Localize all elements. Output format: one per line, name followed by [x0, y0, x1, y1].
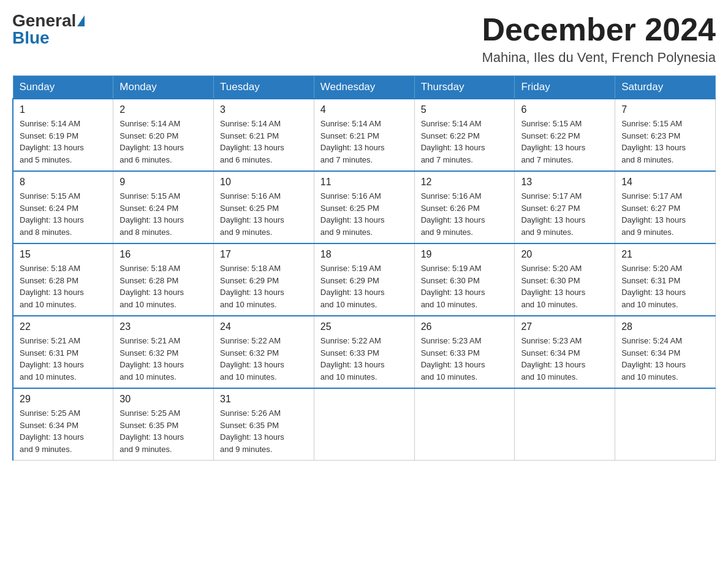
day-cell-29: 29Sunrise: 5:25 AMSunset: 6:34 PMDayligh… [13, 388, 113, 461]
day-info: Sunrise: 5:20 AMSunset: 6:31 PMDaylight:… [621, 262, 709, 310]
page-header: General Blue December 2024 Mahina, Iles … [12, 12, 716, 66]
empty-cell [515, 388, 615, 461]
day-info: Sunrise: 5:21 AMSunset: 6:31 PMDaylight:… [20, 335, 107, 383]
day-info: Sunrise: 5:17 AMSunset: 6:27 PMDaylight:… [621, 190, 709, 238]
day-info: Sunrise: 5:15 AMSunset: 6:22 PMDaylight:… [521, 118, 609, 166]
day-number: 27 [521, 321, 609, 332]
day-info: Sunrise: 5:18 AMSunset: 6:28 PMDaylight:… [119, 262, 207, 310]
day-cell-26: 26Sunrise: 5:23 AMSunset: 6:33 PMDayligh… [414, 316, 515, 388]
location-title: Mahina, Iles du Vent, French Polynesia [482, 50, 716, 66]
weekday-header-wednesday: Wednesday [314, 76, 414, 99]
day-number: 3 [220, 104, 308, 115]
day-info: Sunrise: 5:14 AMSunset: 6:19 PMDaylight:… [20, 118, 107, 166]
day-number: 21 [621, 249, 709, 260]
day-cell-10: 10Sunrise: 5:16 AMSunset: 6:25 PMDayligh… [214, 171, 314, 243]
day-number: 24 [220, 321, 308, 332]
day-number: 25 [320, 321, 408, 332]
day-info: Sunrise: 5:15 AMSunset: 6:23 PMDaylight:… [621, 118, 709, 166]
weekday-header-friday: Friday [515, 76, 615, 99]
day-info: Sunrise: 5:14 AMSunset: 6:22 PMDaylight:… [421, 118, 509, 166]
day-info: Sunrise: 5:25 AMSunset: 6:35 PMDaylight:… [119, 407, 207, 455]
day-info: Sunrise: 5:16 AMSunset: 6:26 PMDaylight:… [421, 190, 509, 238]
day-number: 18 [320, 249, 408, 260]
day-cell-20: 20Sunrise: 5:20 AMSunset: 6:30 PMDayligh… [515, 243, 615, 316]
day-number: 4 [320, 104, 408, 115]
day-cell-25: 25Sunrise: 5:22 AMSunset: 6:33 PMDayligh… [314, 316, 414, 388]
day-cell-30: 30Sunrise: 5:25 AMSunset: 6:35 PMDayligh… [113, 388, 214, 461]
empty-cell [615, 388, 716, 461]
logo: General Blue [12, 12, 85, 47]
calendar-table: SundayMondayTuesdayWednesdayThursdayFrid… [12, 75, 716, 461]
day-number: 12 [421, 177, 509, 188]
day-info: Sunrise: 5:14 AMSunset: 6:20 PMDaylight:… [119, 118, 207, 166]
day-number: 9 [119, 177, 207, 188]
day-cell-12: 12Sunrise: 5:16 AMSunset: 6:26 PMDayligh… [414, 171, 515, 243]
day-number: 6 [521, 104, 609, 115]
day-cell-2: 2Sunrise: 5:14 AMSunset: 6:20 PMDaylight… [113, 99, 214, 171]
day-info: Sunrise: 5:18 AMSunset: 6:28 PMDaylight:… [20, 262, 107, 310]
day-info: Sunrise: 5:25 AMSunset: 6:34 PMDaylight:… [20, 407, 107, 455]
day-cell-7: 7Sunrise: 5:15 AMSunset: 6:23 PMDaylight… [615, 99, 716, 171]
day-info: Sunrise: 5:24 AMSunset: 6:34 PMDaylight:… [621, 335, 709, 383]
day-cell-9: 9Sunrise: 5:15 AMSunset: 6:24 PMDaylight… [113, 171, 214, 243]
logo-triangle-icon [77, 15, 85, 26]
day-cell-18: 18Sunrise: 5:19 AMSunset: 6:29 PMDayligh… [314, 243, 414, 316]
day-info: Sunrise: 5:22 AMSunset: 6:32 PMDaylight:… [220, 335, 308, 383]
day-number: 20 [521, 249, 609, 260]
day-number: 11 [320, 177, 408, 188]
day-number: 8 [20, 177, 107, 188]
day-cell-13: 13Sunrise: 5:17 AMSunset: 6:27 PMDayligh… [515, 171, 615, 243]
day-number: 19 [421, 249, 509, 260]
logo-blue-text: Blue [12, 29, 50, 47]
day-cell-28: 28Sunrise: 5:24 AMSunset: 6:34 PMDayligh… [615, 316, 716, 388]
day-info: Sunrise: 5:14 AMSunset: 6:21 PMDaylight:… [320, 118, 408, 166]
day-number: 15 [20, 249, 107, 260]
empty-cell [314, 388, 414, 461]
weekday-header-thursday: Thursday [414, 76, 515, 99]
day-info: Sunrise: 5:14 AMSunset: 6:21 PMDaylight:… [220, 118, 308, 166]
day-info: Sunrise: 5:26 AMSunset: 6:35 PMDaylight:… [220, 407, 308, 455]
day-cell-23: 23Sunrise: 5:21 AMSunset: 6:32 PMDayligh… [113, 316, 214, 388]
day-number: 28 [621, 321, 709, 332]
day-number: 14 [621, 177, 709, 188]
week-row-3: 15Sunrise: 5:18 AMSunset: 6:28 PMDayligh… [13, 243, 716, 316]
empty-cell [414, 388, 515, 461]
day-cell-15: 15Sunrise: 5:18 AMSunset: 6:28 PMDayligh… [13, 243, 113, 316]
day-info: Sunrise: 5:20 AMSunset: 6:30 PMDaylight:… [521, 262, 609, 310]
weekday-header-row: SundayMondayTuesdayWednesdayThursdayFrid… [13, 76, 716, 99]
day-cell-27: 27Sunrise: 5:23 AMSunset: 6:34 PMDayligh… [515, 316, 615, 388]
weekday-header-tuesday: Tuesday [214, 76, 314, 99]
day-cell-5: 5Sunrise: 5:14 AMSunset: 6:22 PMDaylight… [414, 99, 515, 171]
logo-general-text: General [12, 12, 76, 29]
day-info: Sunrise: 5:16 AMSunset: 6:25 PMDaylight:… [320, 190, 408, 238]
day-info: Sunrise: 5:23 AMSunset: 6:34 PMDaylight:… [521, 335, 609, 383]
day-number: 2 [119, 104, 207, 115]
day-info: Sunrise: 5:15 AMSunset: 6:24 PMDaylight:… [119, 190, 207, 238]
day-cell-17: 17Sunrise: 5:18 AMSunset: 6:29 PMDayligh… [214, 243, 314, 316]
day-number: 30 [119, 394, 207, 405]
day-info: Sunrise: 5:17 AMSunset: 6:27 PMDaylight:… [521, 190, 609, 238]
month-title: December 2024 [482, 12, 716, 47]
day-number: 29 [20, 394, 107, 405]
day-cell-4: 4Sunrise: 5:14 AMSunset: 6:21 PMDaylight… [314, 99, 414, 171]
day-number: 22 [20, 321, 107, 332]
day-cell-21: 21Sunrise: 5:20 AMSunset: 6:31 PMDayligh… [615, 243, 716, 316]
day-cell-24: 24Sunrise: 5:22 AMSunset: 6:32 PMDayligh… [214, 316, 314, 388]
day-number: 16 [119, 249, 207, 260]
day-cell-14: 14Sunrise: 5:17 AMSunset: 6:27 PMDayligh… [615, 171, 716, 243]
day-info: Sunrise: 5:15 AMSunset: 6:24 PMDaylight:… [20, 190, 107, 238]
day-cell-1: 1Sunrise: 5:14 AMSunset: 6:19 PMDaylight… [13, 99, 113, 171]
day-cell-16: 16Sunrise: 5:18 AMSunset: 6:28 PMDayligh… [113, 243, 214, 316]
day-cell-8: 8Sunrise: 5:15 AMSunset: 6:24 PMDaylight… [13, 171, 113, 243]
weekday-header-monday: Monday [113, 76, 214, 99]
week-row-1: 1Sunrise: 5:14 AMSunset: 6:19 PMDaylight… [13, 99, 716, 171]
day-cell-3: 3Sunrise: 5:14 AMSunset: 6:21 PMDaylight… [214, 99, 314, 171]
weekday-header-saturday: Saturday [615, 76, 716, 99]
week-row-2: 8Sunrise: 5:15 AMSunset: 6:24 PMDaylight… [13, 171, 716, 243]
day-cell-6: 6Sunrise: 5:15 AMSunset: 6:22 PMDaylight… [515, 99, 615, 171]
day-number: 31 [220, 394, 308, 405]
day-number: 23 [119, 321, 207, 332]
day-number: 1 [20, 104, 107, 115]
day-number: 13 [521, 177, 609, 188]
day-info: Sunrise: 5:19 AMSunset: 6:30 PMDaylight:… [421, 262, 509, 310]
